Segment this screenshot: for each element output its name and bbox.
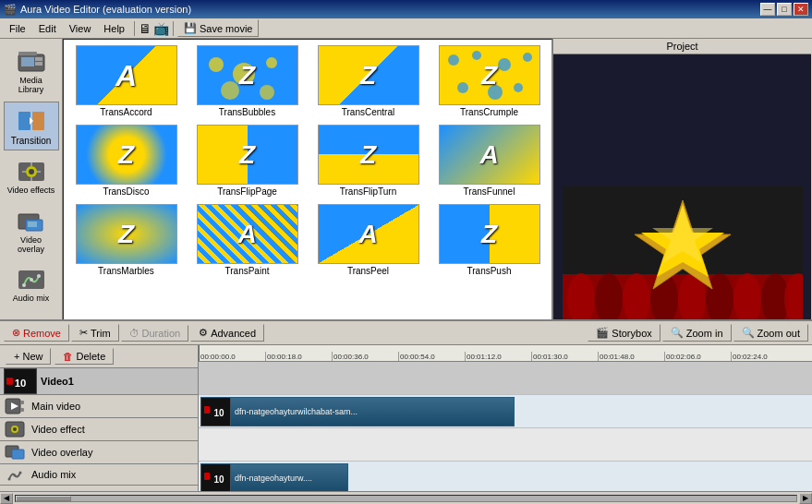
track-label-video1: 10 Video1 — [0, 368, 198, 395]
sidebar-item-audio-mix[interactable]: Audio mix — [4, 260, 59, 308]
title-bar-left: 🎬 Aura Video Editor (evaluation version) — [4, 4, 191, 16]
svg-point-38 — [623, 273, 650, 325]
transition-thumb-transfunnel: A — [439, 125, 540, 185]
transition-item-transpush[interactable]: Z TransPush — [430, 202, 548, 278]
audio-mix-icon — [15, 265, 48, 294]
transition-thumb-transpeel: A — [318, 204, 419, 264]
transition-thumb-transcentral: Z — [318, 45, 419, 105]
ruler-mark-8: 00:02:24.0 — [731, 352, 768, 361]
transition-thumb-transdisco: Z — [76, 125, 177, 185]
menu-separator-1 — [134, 21, 135, 36]
storybox-button[interactable]: 🎬 Storybox — [588, 324, 660, 342]
sidebar-item-video-overlay[interactable]: Video overlay — [4, 202, 59, 259]
svg-point-24 — [266, 57, 277, 68]
transition-label-transcentral: TransCentral — [342, 107, 394, 117]
menu-view[interactable]: View — [64, 21, 97, 36]
svg-point-57 — [13, 427, 17, 431]
transition-label-transflipturn: TransFlipTurn — [340, 186, 397, 197]
sidebar-item-media-library[interactable]: Media Library — [4, 42, 59, 100]
transition-label-transaccord: TransAccord — [100, 107, 151, 117]
svg-text:10: 10 — [15, 378, 27, 389]
scroll-thumb-h[interactable] — [15, 495, 797, 502]
svg-rect-49 — [6, 378, 14, 385]
scroll-right-button[interactable]: ▶ — [799, 493, 812, 504]
horizontal-scrollbar[interactable]: ◀ ▶ — [0, 491, 812, 504]
video-effects-label: Video effects — [7, 186, 55, 196]
track-labels: + New 🗑 Delete 10 Video1 — [0, 345, 199, 491]
transition-thumb-transflipturn: Z — [318, 125, 419, 185]
media-library-label: Media Library — [6, 77, 56, 95]
transition-item-transaccord[interactable]: A TransAccord — [67, 43, 185, 119]
svg-point-22 — [209, 57, 224, 72]
trim-button[interactable]: ✂ Trim — [71, 324, 119, 342]
duration-icon: ⏱ — [129, 328, 139, 339]
transition-item-transbubbles[interactable]: Z TransBubbles — [188, 43, 306, 119]
minimize-button[interactable]: — — [760, 3, 775, 16]
transition-item-transcentral[interactable]: Z TransCentral — [309, 43, 427, 119]
scroll-left-button[interactable]: ◀ — [0, 493, 13, 504]
zoom-out-button[interactable]: 🔍 Zoom out — [733, 324, 808, 342]
svg-text:10: 10 — [213, 408, 224, 418]
duration-button[interactable]: ⏱ Duration — [121, 325, 189, 342]
svg-point-27 — [448, 54, 459, 66]
app-title: Aura Video Editor (evaluation version) — [20, 4, 191, 15]
delete-button[interactable]: 🗑 Delete — [55, 348, 114, 365]
transition-item-transpaint[interactable]: A TransPaint — [188, 202, 306, 278]
preview-star-image — [563, 186, 803, 325]
transition-item-transcrumple[interactable]: Z TransCrumple — [430, 43, 548, 119]
svg-point-29 — [498, 58, 511, 71]
transition-label-transdisco: TransDisco — [103, 186, 149, 197]
menu-file[interactable]: File — [4, 21, 31, 36]
zoom-out-icon: 🔍 — [742, 327, 755, 339]
ruler-mark-4: 00:01:12.0 — [465, 352, 502, 361]
new-button[interactable]: + New — [6, 348, 51, 365]
sidebar-item-video-effects[interactable]: Video effects — [4, 152, 59, 200]
transition-item-transfunnel[interactable]: A TransFunnel — [430, 123, 548, 198]
svg-point-36 — [567, 273, 595, 325]
remove-button[interactable]: ⊗ Remove — [4, 324, 69, 342]
close-button[interactable]: ✕ — [794, 3, 808, 16]
transition-label-transpeel: TransPeel — [347, 266, 389, 276]
transition-label-transpaint: TransPaint — [225, 266, 270, 276]
transition-item-transdisco[interactable]: Z TransDisco — [67, 123, 185, 198]
transition-label-transcrumple: TransCrumple — [460, 107, 518, 117]
sidebar-item-transition[interactable]: Transition — [4, 102, 59, 150]
svg-rect-67 — [204, 473, 210, 480]
transition-item-transpeel[interactable]: A TransPeel — [309, 202, 427, 278]
svg-point-37 — [595, 273, 623, 325]
maximize-button[interactable]: □ — [777, 3, 792, 16]
transition-thumb-transcrumple: Z — [439, 45, 540, 105]
main-video-clip[interactable]: 10 dfn-natgeohayturwilchabat-sam... — [200, 397, 515, 426]
save-movie-button[interactable]: 💾 Save movie — [177, 19, 259, 37]
menu-separator-2 — [173, 21, 174, 36]
svg-rect-53 — [20, 401, 24, 404]
delete-icon: 🗑 — [63, 351, 73, 362]
monitor-icon[interactable]: 🖥 — [139, 21, 151, 36]
transition-item-transflippage[interactable]: Z TransFlipPage — [188, 123, 306, 198]
track-main-video-row[interactable]: 10 dfn-natgeohayturwilchabat-sam... — [199, 395, 812, 428]
tv-icon[interactable]: 📺 — [153, 21, 169, 36]
transition-thumb-transpaint: A — [197, 204, 298, 264]
overlay-clip-thumb: 10 — [201, 464, 231, 491]
transition-thumb-transaccord: A — [76, 45, 177, 105]
track-label-video-overlay: Video overlay — [0, 441, 198, 464]
video1-thumb: 10 — [4, 368, 37, 394]
transition-item-transmarbles[interactable]: Z TransMarbles — [67, 202, 185, 278]
track-label-video-effect: Video effect — [0, 418, 198, 441]
media-library-icon — [15, 47, 48, 77]
zoom-in-button[interactable]: 🔍 Zoom in — [662, 324, 732, 342]
clip-thumb: 10 — [201, 398, 231, 426]
title-bar-controls: — □ ✕ — [760, 3, 808, 16]
menu-edit[interactable]: Edit — [33, 21, 62, 36]
video-overlay-clip[interactable]: 10 dfn-natgeohayturw.... — [200, 463, 348, 491]
save-icon: 💾 — [184, 22, 197, 34]
menu-help[interactable]: Help — [98, 21, 130, 36]
track-video-overlay-row[interactable]: 10 dfn-natgeohayturw.... — [199, 462, 812, 491]
svg-rect-59 — [12, 450, 24, 459]
ruler-mark-2: 00:00:36.0 — [332, 352, 369, 361]
transition-item-transflipturn[interactable]: Z TransFlipTurn — [309, 123, 427, 198]
transition-thumb-transpush: Z — [439, 204, 540, 264]
advanced-button[interactable]: ⚙ Advanced — [190, 324, 264, 342]
main-video-label: Main video — [31, 401, 80, 412]
scroll-handle-h[interactable] — [16, 496, 71, 501]
